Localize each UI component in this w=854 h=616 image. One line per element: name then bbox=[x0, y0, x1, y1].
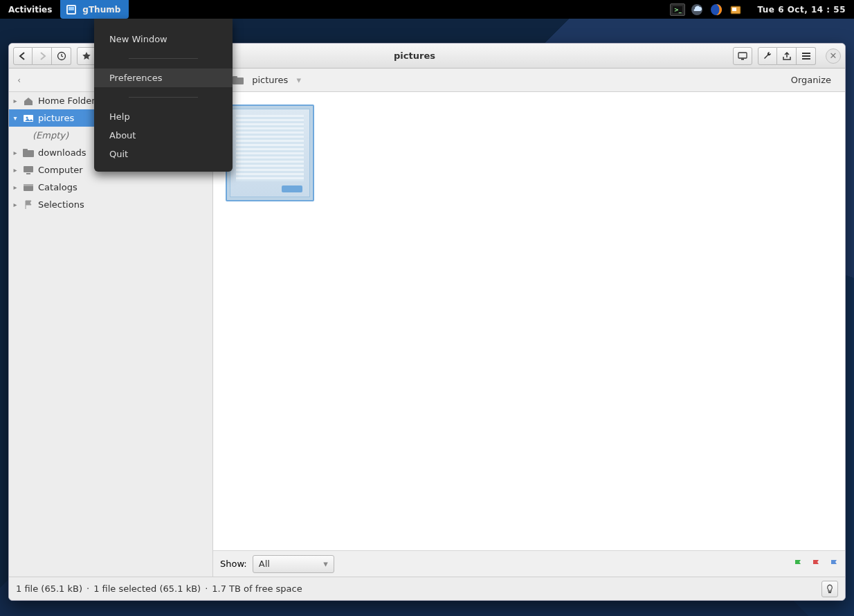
forward-button[interactable] bbox=[33, 47, 52, 65]
menu-quit[interactable]: Quit bbox=[94, 145, 233, 163]
svg-rect-7 bbox=[731, 6, 741, 14]
thumbnail-grid[interactable] bbox=[213, 92, 845, 550]
menu-about[interactable]: About bbox=[94, 126, 233, 145]
menu-new-window[interactable]: New Window bbox=[94, 30, 233, 48]
close-icon: ✕ bbox=[830, 51, 837, 61]
hamburger-button[interactable] bbox=[797, 47, 816, 65]
svg-rect-0 bbox=[66, 5, 76, 15]
history-button[interactable] bbox=[52, 47, 71, 65]
arrow-right-icon bbox=[37, 52, 47, 60]
status-separator: · bbox=[205, 583, 208, 594]
svg-point-5 bbox=[691, 4, 702, 15]
expand-icon: ▸ bbox=[12, 149, 19, 156]
path-chevron-icon: ‹ bbox=[17, 75, 21, 85]
menu-preferences[interactable]: Preferences bbox=[94, 69, 233, 87]
share-icon bbox=[782, 51, 792, 61]
collapse-icon: ▾ bbox=[12, 114, 19, 122]
tray-images-icon[interactable] bbox=[728, 3, 743, 16]
svg-rect-1 bbox=[68, 6, 75, 13]
tray-firefox-icon[interactable] bbox=[709, 3, 724, 16]
menu-separator bbox=[129, 97, 198, 98]
hint-button[interactable] bbox=[821, 581, 838, 597]
close-button[interactable]: ✕ bbox=[826, 48, 841, 64]
app-menu-popover: New Window Preferences Help About Quit bbox=[94, 19, 233, 172]
arrow-left-icon bbox=[18, 52, 28, 60]
svg-text:>_: >_ bbox=[674, 7, 682, 13]
system-tray: >_ bbox=[670, 3, 749, 16]
clock[interactable]: Tue 6 Oct, 14 : 55 bbox=[749, 5, 854, 15]
sidebar-item-selections[interactable]: ▸ Selections bbox=[9, 196, 212, 213]
show-filter-value: All bbox=[259, 559, 270, 569]
sidebar-item-label: Selections bbox=[38, 199, 84, 210]
fullscreen-button[interactable] bbox=[733, 47, 752, 65]
browser-content: Show: All ▾ bbox=[213, 92, 845, 577]
svg-rect-10 bbox=[738, 53, 747, 58]
svg-rect-8 bbox=[732, 8, 736, 11]
folder-icon bbox=[23, 147, 34, 158]
expand-icon: ▸ bbox=[12, 166, 19, 174]
display-icon bbox=[738, 52, 747, 60]
svg-rect-17 bbox=[23, 149, 28, 152]
svg-rect-3 bbox=[673, 6, 682, 13]
filter-bar: Show: All ▾ bbox=[213, 550, 845, 577]
show-label: Show: bbox=[220, 559, 247, 569]
svg-rect-12 bbox=[233, 78, 244, 84]
gthumb-app-icon bbox=[66, 4, 77, 15]
gnome-top-bar: Activities gThumb >_ Tue 6 Oct, 14 : 55 bbox=[0, 0, 854, 19]
back-button[interactable] bbox=[13, 47, 33, 65]
svg-rect-22 bbox=[828, 592, 831, 593]
star-icon bbox=[82, 51, 91, 61]
flag-green-button[interactable] bbox=[794, 559, 802, 569]
menu-separator bbox=[129, 58, 198, 59]
flag-red-button[interactable] bbox=[812, 559, 820, 569]
status-bar: 1 file (65.1 kB) · 1 file selected (65.1… bbox=[9, 577, 845, 600]
sidebar-item-label: Catalogs bbox=[38, 182, 78, 192]
organize-button[interactable]: Organize bbox=[785, 72, 837, 88]
hamburger-icon bbox=[801, 52, 811, 60]
status-separator: · bbox=[87, 583, 89, 594]
export-button[interactable] bbox=[777, 47, 797, 65]
sidebar-item-catalogs[interactable]: ▸ Catalogs bbox=[9, 179, 212, 196]
expand-icon: ▸ bbox=[12, 201, 19, 208]
expand-icon: ▸ bbox=[12, 97, 19, 105]
tray-weather-icon[interactable] bbox=[689, 3, 705, 16]
sidebar-item-label: pictures bbox=[38, 113, 74, 123]
svg-point-6 bbox=[711, 4, 722, 15]
svg-rect-11 bbox=[741, 59, 744, 60]
expand-icon: ▸ bbox=[12, 183, 19, 191]
flag-blue-button[interactable] bbox=[830, 559, 838, 569]
app-menu-button[interactable]: gThumb bbox=[60, 0, 129, 19]
wrench-icon bbox=[763, 51, 772, 61]
menu-help[interactable]: Help bbox=[94, 107, 233, 126]
flag-icon bbox=[23, 199, 34, 210]
chevron-down-icon: ▾ bbox=[323, 559, 328, 569]
sidebar-item-label: Computer bbox=[38, 165, 83, 175]
sidebar-item-label: downloads bbox=[38, 147, 87, 158]
tray-terminal-icon[interactable]: >_ bbox=[670, 3, 685, 16]
svg-point-9 bbox=[57, 52, 65, 60]
pictures-icon bbox=[23, 113, 34, 124]
path-location-label[interactable]: pictures bbox=[252, 75, 288, 85]
app-menu-label: gThumb bbox=[82, 5, 120, 15]
svg-rect-13 bbox=[233, 76, 237, 79]
svg-rect-21 bbox=[24, 184, 33, 186]
svg-rect-2 bbox=[69, 7, 74, 10]
lightbulb-icon bbox=[826, 584, 834, 594]
svg-rect-19 bbox=[26, 173, 30, 174]
activities-button[interactable]: Activities bbox=[0, 0, 60, 19]
nav-button-group bbox=[13, 47, 71, 65]
svg-rect-18 bbox=[24, 166, 33, 172]
svg-rect-14 bbox=[24, 115, 33, 122]
computer-icon bbox=[23, 165, 34, 176]
thumbnail-item[interactable] bbox=[226, 105, 314, 201]
tools-button[interactable] bbox=[758, 47, 777, 65]
show-filter-select[interactable]: All ▾ bbox=[253, 555, 334, 573]
clock-icon bbox=[57, 51, 66, 61]
home-icon bbox=[23, 96, 34, 107]
svg-rect-16 bbox=[23, 150, 34, 157]
bookmark-button[interactable] bbox=[77, 47, 96, 65]
sidebar-item-label: (Empty) bbox=[33, 130, 69, 141]
path-dropdown-button[interactable]: ▾ bbox=[296, 75, 301, 85]
thumbnail-image bbox=[230, 109, 310, 197]
pictures-folder-icon bbox=[233, 75, 244, 85]
